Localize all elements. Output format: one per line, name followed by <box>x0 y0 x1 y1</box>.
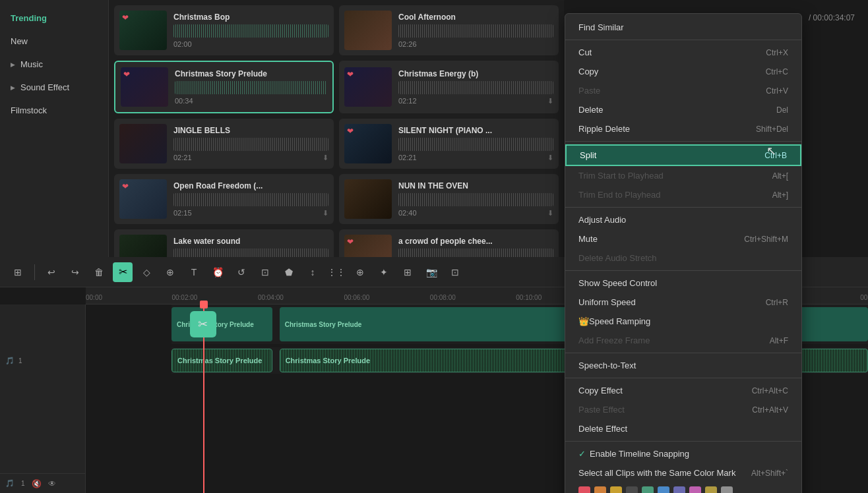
ctx-item-show-speed-control[interactable]: Show Speed Control <box>565 274 801 293</box>
scissors-cursor-overlay[interactable]: ✂ <box>190 311 216 337</box>
media-card-5[interactable]: JINGLE BELLS 02:21 ⬇ <box>114 119 334 169</box>
toolbar-layout-button[interactable]: ⊞ <box>8 262 28 282</box>
toolbar-delete-button[interactable]: 🗑 <box>89 262 109 282</box>
ctx-item-speed-ramping[interactable]: 👑Speed Ramping <box>565 312 801 331</box>
toolbar-snapshot-button[interactable]: 📷 <box>421 262 441 282</box>
download-icon-8[interactable]: ⬇ <box>547 209 553 218</box>
toolbar-zoom-button[interactable]: ⊕ <box>350 262 370 282</box>
color-swatch-2[interactable] <box>610 486 622 493</box>
track-lock-icon[interactable]: 🎵 <box>5 479 15 488</box>
toolbar-audio-button[interactable]: ⋮⋮ <box>326 262 346 282</box>
ctx-item-enable-timeline-snapping[interactable]: ✓Enable Timeline Snapping <box>565 444 801 463</box>
toolbar-scissors-button[interactable]: ✂ <box>113 262 133 282</box>
track-mute-icon[interactable]: 🔇 <box>32 479 42 488</box>
ctx-label: Delete Audio Stretch <box>578 253 657 263</box>
sidebar-item-filmstock[interactable]: Filmstock <box>0 99 108 122</box>
toolbar-tag-button[interactable]: ◇ <box>137 262 156 282</box>
ctx-label: Paste Effect <box>578 405 625 415</box>
toolbar-adjust-button[interactable]: ↕ <box>303 262 323 282</box>
media-card-6[interactable]: ❤ SILENT NIGHT (PIANO ... 02:21 ⬇ <box>339 119 559 169</box>
color-swatch-3[interactable] <box>626 486 638 493</box>
media-meta-1: 02:00 <box>173 40 328 48</box>
sound-effect-label: Sound Effect <box>20 82 69 92</box>
media-card-7[interactable]: ❤ Open Road Freedom (... 02:15 ⬇ <box>114 174 334 224</box>
download-icon-6[interactable]: ⬇ <box>547 154 553 162</box>
media-thumb-5 <box>119 124 167 163</box>
toolbar-timer-button[interactable]: ⏰ <box>208 262 228 282</box>
toolbar-undo-button[interactable]: ↩ <box>42 262 61 282</box>
toolbar-effect-button[interactable]: ✦ <box>374 262 394 282</box>
ctx-label: Cut <box>578 47 592 57</box>
color-swatch-0[interactable] <box>578 486 590 493</box>
media-meta-8: 02:40 ⬇ <box>398 209 553 218</box>
ctx-item-speech-to-text[interactable]: Speech-to-Text <box>565 356 801 375</box>
ctx-item-cut[interactable]: Cut Ctrl+X <box>565 43 801 62</box>
audio-track-number: 1 <box>18 357 22 364</box>
color-swatch-7[interactable] <box>689 486 701 493</box>
media-info-4: Christmas Energy (b) 02:12 ⬇ <box>398 69 553 105</box>
ctx-item-find-similar[interactable]: Find Similar <box>565 18 801 37</box>
toolbar-redo-button[interactable]: ↪ <box>65 262 85 282</box>
audio-clip-1[interactable]: Christmas Story Prelude <box>171 349 272 372</box>
media-thumb-8 <box>344 179 392 219</box>
toolbar-rotate-button[interactable]: ↺ <box>232 262 251 282</box>
sound-effect-arrow-icon: ▶ <box>11 84 15 91</box>
media-title-1: Christmas Bop <box>173 13 328 22</box>
toolbar-grid-button[interactable]: ⊞ <box>398 262 418 282</box>
ctx-label: Copy <box>578 67 598 76</box>
download-icon-4[interactable]: ⬇ <box>547 97 553 105</box>
ctx-label: Paste <box>578 86 600 96</box>
toolbar-text-button[interactable]: T <box>184 262 204 282</box>
ctx-item-split[interactable]: Split Ctrl+B <box>565 144 801 166</box>
sidebar-item-music[interactable]: ▶ Music <box>0 53 108 76</box>
media-card-3[interactable]: ❤ Christmas Story Prelude 00:34 <box>114 61 334 113</box>
media-panel: ❤ Christmas Bop 02:00 Cool Afternoon 02:… <box>109 0 564 257</box>
media-duration-2: 02:26 <box>398 40 417 48</box>
download-icon-7[interactable]: ⬇ <box>323 209 328 218</box>
ctx-item-select-all-clips-with-the-same-color-mark[interactable]: Select all Clips with the Same Color Mar… <box>565 463 801 482</box>
media-card-10[interactable]: ❤ a crowd of people chee... 00:45 <box>339 229 559 257</box>
ruler-mark-1: 00:02:00 <box>171 294 197 301</box>
audio-clip-2-label: Christmas Story Prelude <box>286 357 370 364</box>
sidebar-item-new[interactable]: New <box>0 30 108 53</box>
media-card-1[interactable]: ❤ Christmas Bop 02:00 <box>114 5 334 55</box>
color-swatch-5[interactable] <box>658 486 669 493</box>
sidebar-item-sound-effect[interactable]: ▶ Sound Effect <box>0 76 108 99</box>
ctx-item-ripple-delete[interactable]: Ripple Delete Shift+Del <box>565 119 801 138</box>
ctx-label: ✓Enable Timeline Snapping <box>578 449 689 459</box>
ctx-item-copy[interactable]: Copy Ctrl+C <box>565 62 801 81</box>
media-card-9[interactable]: Lake water sound 01:20 <box>114 229 334 257</box>
sidebar-item-trending[interactable]: Trending <box>0 7 108 30</box>
color-swatch-1[interactable] <box>594 486 606 493</box>
color-swatch-6[interactable] <box>673 486 685 493</box>
toolbar-crop-button[interactable]: ⊡ <box>255 262 275 282</box>
video-clip-1[interactable]: Christmas Story Prelude <box>171 307 272 341</box>
ctx-item-delete-effect[interactable]: Delete Effect <box>565 419 801 438</box>
ctx-item-adjust-audio[interactable]: Adjust Audio <box>565 210 801 229</box>
download-icon-5[interactable]: ⬇ <box>323 154 328 162</box>
audio-clip-1-label: Christmas Story Prelude <box>177 357 262 364</box>
ctx-item-uniform-speed[interactable]: Uniform Speed Ctrl+R <box>565 293 801 312</box>
ctx-item-delete[interactable]: Delete Del <box>565 100 801 119</box>
check-icon: ✓ <box>578 449 586 459</box>
ctx-item-paste: Paste Ctrl+V <box>565 81 801 100</box>
heart-icon: ❤ <box>122 13 129 22</box>
media-grid: ❤ Christmas Bop 02:00 Cool Afternoon 02:… <box>114 5 559 257</box>
ctx-divider <box>565 141 801 142</box>
media-card-4[interactable]: ❤ Christmas Energy (b) 02:12 ⬇ <box>339 61 559 113</box>
track-num-1: 1 <box>21 480 25 487</box>
color-swatch-8[interactable] <box>705 486 717 493</box>
track-eye-icon[interactable]: 👁 <box>48 479 56 488</box>
toolbar-voice-button[interactable]: ⊡ <box>445 262 465 282</box>
media-card-8[interactable]: NUN IN THE OVEN 02:40 ⬇ <box>339 174 559 224</box>
scissors-icon: ✂ <box>198 317 208 332</box>
media-waveform-7 <box>173 193 328 206</box>
ctx-item-copy-effect[interactable]: Copy Effect Ctrl+Alt+C <box>565 381 801 400</box>
media-card-2[interactable]: Cool Afternoon 02:26 <box>339 5 559 55</box>
ctx-label: Mute <box>578 234 598 244</box>
ctx-item-mute[interactable]: Mute Ctrl+Shift+M <box>565 229 801 248</box>
color-swatch-4[interactable] <box>642 486 654 493</box>
toolbar-shape-button[interactable]: ⬟ <box>279 262 299 282</box>
toolbar-add-button[interactable]: ⊕ <box>160 262 180 282</box>
color-swatch-9[interactable] <box>721 486 733 493</box>
